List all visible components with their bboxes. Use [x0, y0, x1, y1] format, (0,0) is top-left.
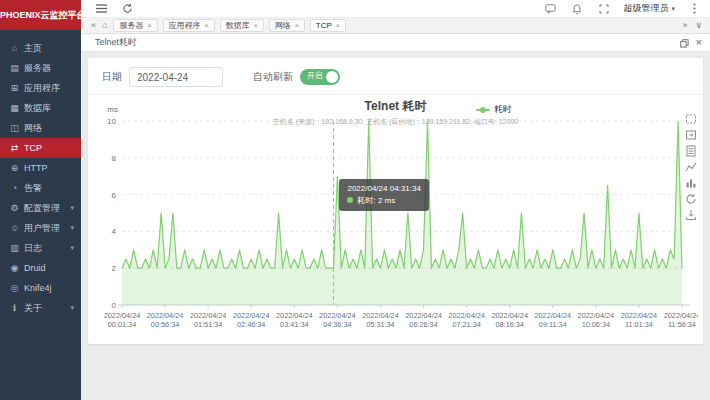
svg-text:ms: ms: [107, 105, 118, 114]
svg-text:2022/04/24: 2022/04/24: [233, 311, 270, 320]
date-input[interactable]: [129, 67, 223, 87]
tabs-scroll-left-icon[interactable]: «: [91, 21, 96, 30]
page-header-row: Telnet耗时 ×: [81, 34, 710, 52]
tab-label: TCP: [316, 21, 332, 30]
tab-网络[interactable]: 网络×: [269, 19, 305, 32]
sidebar-item-http[interactable]: ⊕HTTP: [0, 158, 81, 178]
sidebar-item-tcp[interactable]: ⇄TCP: [0, 138, 81, 158]
save-image-icon[interactable]: [685, 207, 697, 219]
caret-down-icon: ▾: [70, 198, 74, 218]
caret-down-icon: ▾: [70, 238, 74, 258]
dataview-icon[interactable]: [685, 143, 697, 155]
svg-text:07:21:34: 07:21:34: [452, 320, 480, 329]
tab-close-icon[interactable]: ×: [336, 22, 340, 29]
page-header-controls: ×: [680, 34, 702, 52]
more-options-icon[interactable]: [686, 2, 702, 16]
linechart-icon[interactable]: [685, 159, 697, 171]
tab-服务器[interactable]: 服务器×: [113, 19, 157, 32]
network-icon: ◫: [9, 118, 20, 138]
sidebar-item-database[interactable]: ▦数据库: [0, 98, 81, 118]
sidebar-item-label: 用户管理: [24, 223, 60, 233]
fullscreen-icon[interactable]: [596, 2, 612, 16]
brand-logo: PHOENIX云监控平台: [0, 0, 81, 30]
top-navbar: 超级管理员 ▾: [81, 0, 710, 18]
chart-toolbox: [685, 111, 697, 219]
content-area: 日期 自动刷新 开启 0246810ms2022/04/2400:01:3420…: [81, 52, 710, 400]
close-page-icon[interactable]: ×: [696, 37, 702, 48]
app-window: PHOENIX云监控平台 ⌂主页▤服务器⊞应用程序▦数据库◫网络⇄TCP⊕HTT…: [0, 0, 710, 400]
sidebar-item-log[interactable]: ▥日志▾: [0, 238, 81, 258]
barchart-icon[interactable]: [685, 175, 697, 187]
sidebar-item-user[interactable]: ☺用户管理▾: [0, 218, 81, 238]
toggle-knob: [326, 71, 338, 83]
tab-label: 数据库: [226, 20, 250, 31]
auto-refresh-toggle[interactable]: 开启: [300, 69, 340, 85]
sidebar-item-app[interactable]: ⊞应用程序: [0, 78, 81, 98]
svg-text:08:16:34: 08:16:34: [495, 320, 523, 329]
svg-text:2022/04/24: 2022/04/24: [276, 311, 313, 320]
legend-item-haoshi[interactable]: 耗时: [476, 103, 512, 116]
knife4j-icon: ◎: [9, 278, 20, 298]
svg-text:05:31:34: 05:31:34: [366, 320, 394, 329]
config-icon: ⚙: [9, 198, 20, 218]
tabs-scroll-right-icon[interactable]: »: [682, 21, 687, 30]
tab-TCP[interactable]: TCP×: [310, 19, 346, 32]
window-restore-icon[interactable]: [680, 34, 689, 52]
sidebar-item-network[interactable]: ◫网络: [0, 118, 81, 138]
sidebar-item-label: TCP: [24, 143, 42, 153]
sidebar-item-knife4j[interactable]: ◎Knife4j: [0, 278, 81, 298]
refresh-icon[interactable]: [119, 2, 135, 16]
sidebar-item-label: 主页: [24, 43, 42, 53]
datazoom-reset-icon[interactable]: [685, 127, 697, 139]
svg-text:8: 8: [112, 154, 117, 163]
home-tab-icon[interactable]: ⌂: [102, 21, 107, 30]
tab-close-icon[interactable]: ×: [147, 22, 151, 29]
toggle-on-label: 开启: [307, 72, 323, 80]
telnet-chart: 0246810ms2022/04/2400:01:342022/04/2400:…: [88, 95, 703, 345]
chart-plot[interactable]: 0246810ms2022/04/2400:01:342022/04/2400:…: [92, 95, 698, 339]
sidebar-item-label: 网络: [24, 123, 42, 133]
svg-text:11:56:34: 11:56:34: [668, 320, 696, 329]
svg-text:2022/04/24: 2022/04/24: [147, 311, 184, 320]
sidebar-item-druid[interactable]: ◉Druid: [0, 258, 81, 278]
tab-应用程序[interactable]: 应用程序×: [163, 19, 215, 32]
tab-close-icon[interactable]: ×: [254, 22, 258, 29]
caret-down-icon: ▾: [671, 5, 675, 13]
chart-card: 日期 自动刷新 开启 0246810ms2022/04/2400:01:3420…: [88, 58, 703, 344]
svg-text:11:01:34: 11:01:34: [625, 320, 653, 329]
home-icon: ⌂: [9, 38, 20, 58]
tab-label: 应用程序: [169, 20, 201, 31]
sidebar-item-label: 关于: [24, 303, 42, 313]
restore-icon[interactable]: [685, 191, 697, 203]
svg-text:09:11:34: 09:11:34: [539, 320, 567, 329]
svg-text:2: 2: [112, 264, 117, 273]
bell-icon[interactable]: [569, 2, 585, 16]
svg-text:2022/04/24: 2022/04/24: [104, 311, 141, 320]
tab-close-icon[interactable]: ×: [205, 22, 209, 29]
svg-text:0: 0: [112, 301, 117, 310]
sidebar-item-config[interactable]: ⚙配置管理▾: [0, 198, 81, 218]
server-icon: ▤: [9, 58, 20, 78]
tab-close-icon[interactable]: ×: [295, 22, 299, 29]
svg-text:6: 6: [112, 191, 117, 200]
tab-数据库[interactable]: 数据库×: [220, 19, 264, 32]
tab-label: 服务器: [119, 20, 143, 31]
caret-down-icon: ▾: [70, 298, 74, 318]
sidebar-item-label: Druid: [24, 263, 46, 273]
page-title: Telnet耗时: [95, 36, 137, 49]
svg-text:00:56:34: 00:56:34: [151, 320, 179, 329]
tabs-menu-icon[interactable]: ∨: [695, 21, 702, 30]
svg-text:06:26:34: 06:26:34: [409, 320, 437, 329]
user-menu[interactable]: 超级管理员 ▾: [623, 2, 675, 15]
sidebar-item-server[interactable]: ▤服务器: [0, 58, 81, 78]
alarm-icon: ◔: [9, 178, 20, 198]
sidebar-item-home[interactable]: ⌂主页: [0, 38, 81, 58]
sidebar-item-about[interactable]: ℹ关于▾: [0, 298, 81, 318]
sidebar-item-alarm[interactable]: ◔告警: [0, 178, 81, 198]
datazoom-icon[interactable]: [685, 111, 697, 123]
hamburger-menu-icon[interactable]: [93, 2, 109, 16]
svg-text:2022/04/24: 2022/04/24: [190, 311, 227, 320]
tab-label: 网络: [275, 20, 291, 31]
user-icon: ☺: [9, 218, 20, 238]
message-icon[interactable]: [542, 2, 558, 16]
